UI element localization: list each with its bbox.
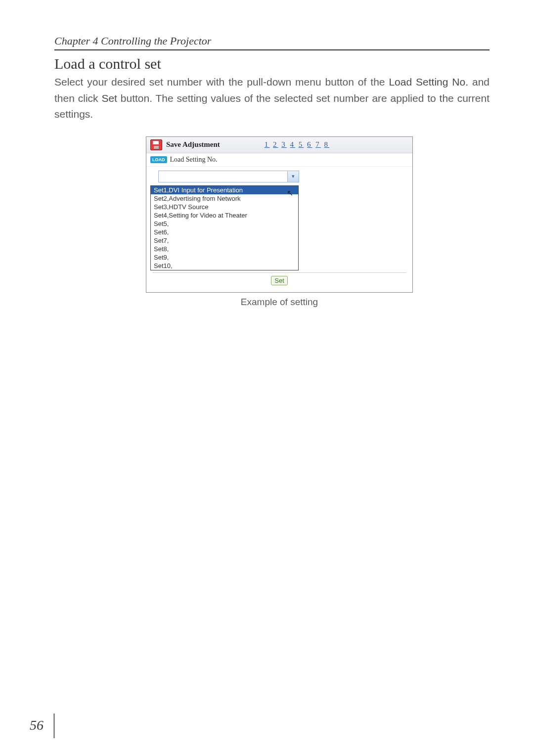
load-setting-select[interactable]: ▾ — [158, 171, 299, 182]
page-link-4[interactable]: 4 — [290, 140, 296, 148]
option-set6[interactable]: Set6, — [151, 228, 298, 236]
set-button[interactable]: Set — [271, 276, 288, 285]
option-set8[interactable]: Set8, — [151, 245, 298, 253]
chevron-down-icon[interactable]: ▾ — [287, 171, 299, 182]
save-disk-icon — [150, 139, 162, 150]
set-button-row: Set — [146, 273, 412, 292]
save-adjustment-label: Save Adjustment — [166, 140, 220, 149]
page-link-7[interactable]: 7 — [315, 140, 321, 148]
option-set9[interactable]: Set9, — [151, 253, 298, 262]
load-setting-label: Load Setting No. — [170, 156, 218, 164]
dropdown-area: ▾ Set1,DVI Input for Presentation Set2,A… — [146, 167, 412, 184]
page-link-8[interactable]: 8 — [324, 140, 330, 148]
figure-caption: Example of setting — [146, 297, 413, 308]
keyword-load-setting-no: Load Setting No. — [389, 76, 468, 88]
page-index-links[interactable]: 1 2 3 4 5 6 7 8 — [265, 140, 329, 149]
keyword-set: Set — [101, 92, 117, 104]
option-set3[interactable]: Set3,HDTV Source — [151, 203, 298, 211]
dropdown-options-list[interactable]: Set1,DVI Input for Presentation Set2,Adv… — [150, 185, 299, 270]
page-link-6[interactable]: 6 — [307, 140, 312, 148]
option-set7[interactable]: Set7, — [151, 236, 298, 245]
figure: Save Adjustment 1 2 3 4 5 6 7 8 LOAD Loa… — [146, 136, 413, 293]
option-set10[interactable]: Set10, — [151, 262, 298, 270]
option-set5[interactable]: Set5, — [151, 220, 298, 228]
cursor-arrow-icon: ↖ — [287, 188, 293, 198]
page-number: 56 — [30, 717, 44, 733]
page-number-bar — [53, 713, 55, 738]
option-set1[interactable]: Set1,DVI Input for Presentation — [151, 186, 298, 194]
page-link-5[interactable]: 5 — [299, 140, 304, 148]
body-text-a: Select your desired set number with the … — [54, 76, 389, 88]
load-badge-icon: LOAD — [150, 156, 167, 163]
page-link-1[interactable]: 1 — [265, 140, 270, 148]
settings-panel: Save Adjustment 1 2 3 4 5 6 7 8 LOAD Loa… — [146, 136, 413, 293]
section-heading: Load a control set — [54, 55, 490, 72]
page-link-2[interactable]: 2 — [273, 140, 278, 148]
chapter-header: Chapter 4 Controlling the Projector — [54, 35, 490, 50]
save-adjustment-row: Save Adjustment 1 2 3 4 5 6 7 8 — [146, 137, 412, 153]
option-set2[interactable]: Set2,Advertising from Network — [151, 194, 298, 203]
load-setting-row: LOAD Load Setting No. — [146, 153, 412, 167]
option-set4[interactable]: Set4,Setting for Video at Theater — [151, 211, 298, 220]
body-paragraph: Select your desired set number with the … — [54, 74, 490, 123]
page-link-3[interactable]: 3 — [281, 140, 287, 148]
body-text-c: button. The setting values of the select… — [54, 92, 490, 120]
